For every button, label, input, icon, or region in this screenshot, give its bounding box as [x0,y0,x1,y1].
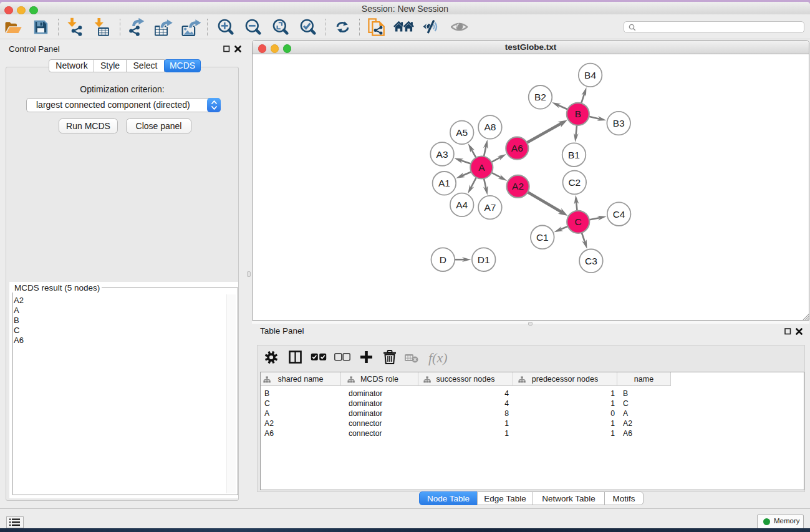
svg-text:A7: A7 [484,202,496,213]
svg-text:B3: B3 [613,118,625,128]
svg-text:A5: A5 [456,127,468,138]
svg-text:A2: A2 [512,181,524,191]
svg-text:A6: A6 [511,143,523,153]
svg-text:A3: A3 [436,149,448,160]
svg-text:A4: A4 [456,200,468,210]
svg-text:C: C [575,216,582,227]
svg-text:C1: C1 [536,232,549,243]
svg-text:A1: A1 [438,178,450,188]
svg-text:B1: B1 [568,150,580,160]
svg-text:C4: C4 [613,209,625,220]
svg-text:B: B [575,109,581,119]
svg-text:C2: C2 [568,177,581,188]
svg-text:C3: C3 [585,256,597,266]
svg-text:D1: D1 [478,254,490,265]
svg-text:A: A [478,162,485,173]
svg-text:B2: B2 [534,92,546,102]
svg-text:B4: B4 [584,70,596,80]
svg-text:A8: A8 [484,122,496,132]
svg-text:D: D [440,254,446,265]
